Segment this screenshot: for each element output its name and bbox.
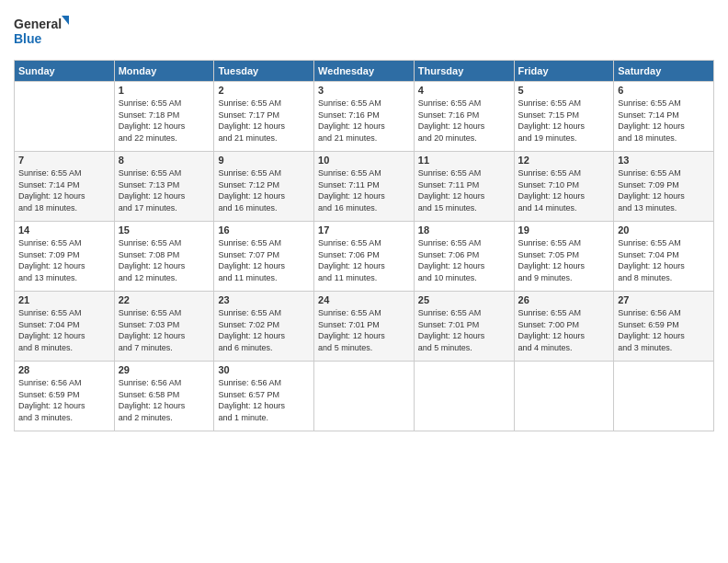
day-cell [514,362,614,431]
day-cell [414,362,514,431]
header: General Blue [14,14,714,51]
logo: General Blue [14,14,69,51]
day-number: 1 [119,85,210,96]
week-row-4: 21Sunrise: 6:55 AM Sunset: 7:04 PM Dayli… [15,292,714,362]
day-info: Sunrise: 6:55 AM Sunset: 7:10 PM Dayligh… [518,167,610,213]
day-number: 16 [218,224,310,236]
week-row-5: 28Sunrise: 6:56 AM Sunset: 6:59 PM Dayli… [15,362,714,431]
day-cell: 19Sunrise: 6:55 AM Sunset: 7:05 PM Dayli… [514,222,614,292]
col-header-thursday: Thursday [414,61,514,82]
day-info: Sunrise: 6:55 AM Sunset: 7:03 PM Dayligh… [119,307,210,353]
day-number: 28 [18,364,110,375]
day-number: 19 [518,224,610,236]
day-number: 18 [418,224,510,236]
day-number: 6 [618,85,710,96]
day-info: Sunrise: 6:55 AM Sunset: 7:05 PM Dayligh… [518,237,610,283]
day-cell: 21Sunrise: 6:55 AM Sunset: 7:04 PM Dayli… [15,292,115,362]
day-cell: 30Sunrise: 6:56 AM Sunset: 6:57 PM Dayli… [214,362,314,431]
day-cell: 5Sunrise: 6:55 AM Sunset: 7:15 PM Daylig… [514,82,614,152]
logo-svg: General Blue [14,14,69,51]
day-cell: 7Sunrise: 6:55 AM Sunset: 7:14 PM Daylig… [15,152,115,222]
day-info: Sunrise: 6:55 AM Sunset: 7:00 PM Dayligh… [518,307,610,353]
day-number: 7 [18,155,110,166]
day-number: 11 [418,155,510,166]
day-cell: 20Sunrise: 6:55 AM Sunset: 7:04 PM Dayli… [614,222,714,292]
day-cell: 8Sunrise: 6:55 AM Sunset: 7:13 PM Daylig… [114,152,214,222]
day-cell [614,362,714,431]
svg-text:Blue: Blue [14,31,42,46]
day-number: 30 [218,364,310,375]
day-info: Sunrise: 6:55 AM Sunset: 7:02 PM Dayligh… [218,307,310,353]
col-header-sunday: Sunday [15,61,115,82]
day-number: 9 [218,155,310,166]
col-header-monday: Monday [114,61,214,82]
day-number: 25 [418,294,510,305]
day-cell: 2Sunrise: 6:55 AM Sunset: 7:17 PM Daylig… [214,82,314,152]
day-number: 29 [119,364,210,375]
day-number: 4 [418,85,510,96]
week-row-3: 14Sunrise: 6:55 AM Sunset: 7:09 PM Dayli… [15,222,714,292]
day-cell: 22Sunrise: 6:55 AM Sunset: 7:03 PM Dayli… [114,292,214,362]
day-number: 13 [618,155,710,166]
day-info: Sunrise: 6:55 AM Sunset: 7:14 PM Dayligh… [618,98,710,144]
day-cell: 3Sunrise: 6:55 AM Sunset: 7:16 PM Daylig… [314,82,415,152]
day-info: Sunrise: 6:56 AM Sunset: 6:59 PM Dayligh… [18,377,110,423]
day-number: 12 [518,155,610,166]
day-info: Sunrise: 6:55 AM Sunset: 7:18 PM Dayligh… [119,98,210,144]
day-cell: 16Sunrise: 6:55 AM Sunset: 7:07 PM Dayli… [214,222,314,292]
day-cell: 9Sunrise: 6:55 AM Sunset: 7:12 PM Daylig… [214,152,314,222]
page-container: General Blue SundayMondayTuesdayWednesda… [0,0,728,563]
day-info: Sunrise: 6:55 AM Sunset: 7:17 PM Dayligh… [218,98,310,144]
day-info: Sunrise: 6:55 AM Sunset: 7:08 PM Dayligh… [119,237,210,283]
day-cell: 18Sunrise: 6:55 AM Sunset: 7:06 PM Dayli… [414,222,514,292]
day-number: 14 [18,224,110,236]
day-info: Sunrise: 6:55 AM Sunset: 7:09 PM Dayligh… [18,237,110,283]
day-number: 5 [518,85,610,96]
day-cell: 10Sunrise: 6:55 AM Sunset: 7:11 PM Dayli… [314,152,415,222]
day-cell: 4Sunrise: 6:55 AM Sunset: 7:16 PM Daylig… [414,82,514,152]
day-cell: 15Sunrise: 6:55 AM Sunset: 7:08 PM Dayli… [114,222,214,292]
day-number: 8 [119,155,210,166]
col-header-wednesday: Wednesday [314,61,415,82]
day-info: Sunrise: 6:55 AM Sunset: 7:15 PM Dayligh… [518,98,610,144]
header-row: SundayMondayTuesdayWednesdayThursdayFrid… [15,61,714,82]
day-cell [15,82,115,152]
day-info: Sunrise: 6:55 AM Sunset: 7:13 PM Dayligh… [119,167,210,213]
day-number: 26 [518,294,610,305]
col-header-tuesday: Tuesday [214,61,314,82]
calendar-table: SundayMondayTuesdayWednesdayThursdayFrid… [14,60,714,431]
day-number: 24 [318,294,410,305]
day-info: Sunrise: 6:56 AM Sunset: 6:57 PM Dayligh… [218,377,310,423]
day-cell: 11Sunrise: 6:55 AM Sunset: 7:11 PM Dayli… [414,152,514,222]
day-cell: 13Sunrise: 6:55 AM Sunset: 7:09 PM Dayli… [614,152,714,222]
day-info: Sunrise: 6:55 AM Sunset: 7:11 PM Dayligh… [418,167,510,213]
day-info: Sunrise: 6:55 AM Sunset: 7:14 PM Dayligh… [18,167,110,213]
svg-marker-2 [62,16,69,25]
day-info: Sunrise: 6:55 AM Sunset: 7:16 PM Dayligh… [418,98,510,144]
week-row-2: 7Sunrise: 6:55 AM Sunset: 7:14 PM Daylig… [15,152,714,222]
day-number: 3 [318,85,410,96]
day-cell: 26Sunrise: 6:55 AM Sunset: 7:00 PM Dayli… [514,292,614,362]
day-cell: 1Sunrise: 6:55 AM Sunset: 7:18 PM Daylig… [114,82,214,152]
day-cell: 14Sunrise: 6:55 AM Sunset: 7:09 PM Dayli… [15,222,115,292]
day-info: Sunrise: 6:55 AM Sunset: 7:01 PM Dayligh… [418,307,510,353]
day-info: Sunrise: 6:55 AM Sunset: 7:07 PM Dayligh… [218,237,310,283]
day-number: 23 [218,294,310,305]
day-cell: 28Sunrise: 6:56 AM Sunset: 6:59 PM Dayli… [15,362,115,431]
day-info: Sunrise: 6:55 AM Sunset: 7:04 PM Dayligh… [618,237,710,283]
day-info: Sunrise: 6:55 AM Sunset: 7:06 PM Dayligh… [318,237,410,283]
col-header-saturday: Saturday [614,61,714,82]
week-row-1: 1Sunrise: 6:55 AM Sunset: 7:18 PM Daylig… [15,82,714,152]
day-number: 15 [119,224,210,236]
day-info: Sunrise: 6:56 AM Sunset: 6:58 PM Dayligh… [119,377,210,423]
day-cell [314,362,415,431]
svg-text:General: General [14,17,62,31]
day-cell: 12Sunrise: 6:55 AM Sunset: 7:10 PM Dayli… [514,152,614,222]
day-number: 21 [18,294,110,305]
day-number: 10 [318,155,410,166]
day-info: Sunrise: 6:55 AM Sunset: 7:12 PM Dayligh… [218,167,310,213]
day-info: Sunrise: 6:55 AM Sunset: 7:11 PM Dayligh… [318,167,410,213]
day-cell: 23Sunrise: 6:55 AM Sunset: 7:02 PM Dayli… [214,292,314,362]
day-info: Sunrise: 6:55 AM Sunset: 7:16 PM Dayligh… [318,98,410,144]
day-cell: 27Sunrise: 6:56 AM Sunset: 6:59 PM Dayli… [614,292,714,362]
